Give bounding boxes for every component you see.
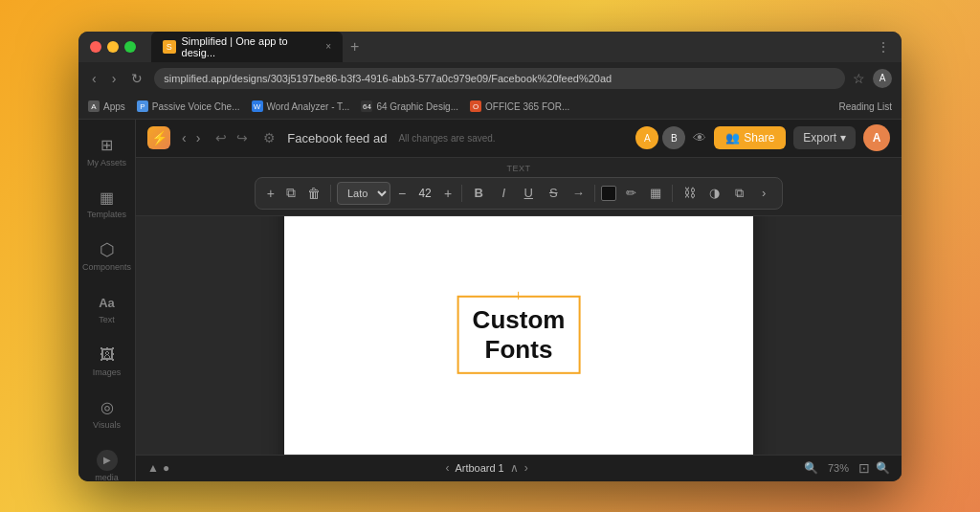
toolbar-divider bbox=[672, 185, 673, 202]
tab-close-button[interactable]: × bbox=[325, 41, 331, 52]
canvas-area: Custom Fonts ▲ ● ‹ Artboard 1 bbox=[136, 216, 902, 481]
add-element-button[interactable]: + bbox=[263, 184, 278, 203]
bookmark-label: OFFICE 365 FOR... bbox=[485, 101, 569, 112]
bookmark-word[interactable]: W Word Analyzer - T... bbox=[252, 100, 350, 112]
undo-button[interactable]: ↩ bbox=[212, 128, 231, 147]
sidebar-item-label: media bbox=[95, 474, 119, 481]
text-content[interactable]: Custom Fonts bbox=[473, 305, 566, 365]
toolbar: + ⧉ 🗑 Lato − 42 + B I U S → bbox=[255, 177, 784, 210]
back-button[interactable]: ‹ bbox=[88, 69, 100, 88]
app-container: ⚡ ‹ › ↩ ↪ ⚙ Facebook feed ad All changes… bbox=[136, 120, 902, 481]
zoom-in-button[interactable]: 🔍 bbox=[876, 461, 890, 475]
copy-element-button[interactable]: ⧉ bbox=[282, 183, 300, 203]
transform-button[interactable]: → bbox=[568, 183, 589, 204]
sidebar-item-media[interactable]: ▶ media bbox=[82, 442, 132, 481]
sidebar-item-my-assets[interactable]: ⊞ My Assets bbox=[82, 127, 132, 176]
opacity-button[interactable]: ◑ bbox=[703, 183, 724, 204]
forward-button[interactable]: › bbox=[108, 69, 121, 88]
sidebar-item-components[interactable]: ⬡ Components bbox=[82, 232, 132, 280]
new-tab-button[interactable]: + bbox=[346, 38, 363, 56]
underline-button[interactable]: U bbox=[518, 183, 539, 204]
zoom-level-display: 73% bbox=[824, 462, 853, 474]
collaborator-avatar: A bbox=[635, 126, 658, 149]
toolbar-divider bbox=[330, 185, 331, 202]
layers-button[interactable]: ⧉ bbox=[728, 183, 749, 204]
font-size-plus-button[interactable]: + bbox=[440, 184, 456, 203]
maximize-window-button[interactable] bbox=[124, 41, 136, 53]
profile-button[interactable]: A bbox=[873, 69, 892, 88]
active-tab[interactable]: S Simplified | One app to desig... × bbox=[151, 32, 343, 62]
next-artboard-button[interactable]: › bbox=[524, 461, 528, 475]
share-label: Share bbox=[744, 131, 774, 145]
artboard-up-button[interactable]: ∧ bbox=[510, 461, 519, 475]
bookmark-favicon: O bbox=[470, 100, 481, 112]
nav-back-button[interactable]: ‹ bbox=[178, 126, 190, 149]
shape-tool[interactable]: ● bbox=[163, 461, 169, 475]
artboard-navigation: ‹ Artboard 1 ∧ › bbox=[445, 461, 527, 475]
close-window-button[interactable] bbox=[90, 41, 101, 53]
pattern-button[interactable]: ▦ bbox=[645, 183, 666, 204]
minimize-window-button[interactable] bbox=[107, 41, 119, 53]
templates-icon: ▦ bbox=[97, 187, 118, 208]
browser-settings-icon[interactable]: ⋮ bbox=[877, 39, 890, 55]
font-selector[interactable]: Lato bbox=[337, 182, 390, 205]
bookmark-reading[interactable]: Reading List bbox=[838, 101, 892, 112]
fit-to-screen-button[interactable]: ⊡ bbox=[858, 460, 870, 476]
title-bar: S Simplified | One app to desig... × + ⋮ bbox=[78, 32, 902, 62]
color-picker-button[interactable] bbox=[601, 186, 616, 201]
sidebar-item-label: My Assets bbox=[87, 159, 126, 168]
reload-button[interactable]: ↻ bbox=[127, 69, 146, 88]
bookmark-icon[interactable]: ☆ bbox=[853, 71, 865, 86]
bookmark-graphic[interactable]: 64 64 Graphic Desig... bbox=[361, 100, 458, 112]
bookmark-office[interactable]: O OFFICE 365 FOR... bbox=[470, 100, 569, 112]
font-size-minus-button[interactable]: − bbox=[394, 184, 410, 203]
cursor-tool[interactable]: ▲ bbox=[147, 461, 159, 475]
nav-forward-button[interactable]: › bbox=[192, 126, 205, 149]
preview-button[interactable]: 👁 bbox=[693, 130, 706, 145]
bold-button[interactable]: B bbox=[468, 183, 489, 204]
bookmark-passive[interactable]: P Passive Voice Che... bbox=[137, 100, 240, 112]
text-line-2: Fonts bbox=[473, 335, 566, 365]
address-input[interactable] bbox=[154, 68, 845, 89]
sidebar-item-templates[interactable]: ▦ Templates bbox=[82, 179, 132, 228]
tab-label: Simplified | One app to desig... bbox=[182, 35, 321, 58]
traffic-lights bbox=[90, 41, 136, 53]
collaborator-avatar: B bbox=[662, 126, 685, 149]
brush-icon[interactable]: ✏ bbox=[620, 183, 641, 204]
my-assets-icon: ⊞ bbox=[97, 135, 118, 156]
canvas-wrapper[interactable]: Custom Fonts bbox=[136, 216, 902, 455]
file-name: Facebook feed ad bbox=[287, 131, 387, 145]
zoom-out-button[interactable]: 🔍 bbox=[804, 461, 818, 475]
sidebar-item-text[interactable]: Aa Text bbox=[82, 284, 132, 333]
italic-button[interactable]: I bbox=[493, 183, 514, 204]
prev-artboard-button[interactable]: ‹ bbox=[445, 461, 449, 475]
bookmark-label: 64 Graphic Desig... bbox=[376, 101, 458, 112]
bookmark-favicon: W bbox=[252, 100, 263, 112]
toolbar-divider bbox=[461, 185, 462, 202]
canvas-bottom-bar: ▲ ● ‹ Artboard 1 ∧ › 🔍 73% ⊡ 🔍 bbox=[136, 455, 902, 481]
text-element[interactable]: Custom Fonts bbox=[457, 296, 581, 374]
redo-button[interactable]: ↪ bbox=[233, 128, 252, 147]
font-size-display: 42 bbox=[413, 187, 436, 200]
link-button[interactable]: ⛓ bbox=[679, 183, 700, 204]
header-nav-buttons: ‹ › bbox=[178, 126, 204, 149]
share-button[interactable]: 👥 Share bbox=[714, 126, 786, 149]
sidebar-item-images[interactable]: 🖼 Images bbox=[82, 337, 132, 386]
export-button[interactable]: Export ▾ bbox=[793, 126, 856, 149]
media-icon: ▶ bbox=[97, 450, 118, 471]
toolbar-area: TEXT + ⧉ 🗑 Lato − 42 + B I U S bbox=[136, 158, 902, 216]
sidebar-item-label: Text bbox=[99, 316, 115, 325]
sidebar-item-label: Images bbox=[93, 368, 122, 378]
artboard[interactable]: Custom Fonts bbox=[284, 216, 753, 455]
export-label: Export bbox=[803, 131, 836, 145]
user-avatar[interactable]: A bbox=[863, 124, 890, 151]
settings-button[interactable]: ⚙ bbox=[259, 128, 279, 147]
toolbar-divider bbox=[594, 185, 595, 202]
strikethrough-button[interactable]: S bbox=[543, 183, 564, 204]
bookmark-apps[interactable]: A Apps bbox=[88, 100, 125, 112]
sidebar-item-visuals[interactable]: ◎ Visuals bbox=[82, 390, 132, 438]
more-button[interactable]: › bbox=[753, 183, 774, 204]
bookmark-label: Passive Voice Che... bbox=[152, 101, 240, 112]
sidebar-item-label: Components bbox=[82, 263, 131, 273]
delete-element-button[interactable]: 🗑 bbox=[303, 184, 324, 203]
